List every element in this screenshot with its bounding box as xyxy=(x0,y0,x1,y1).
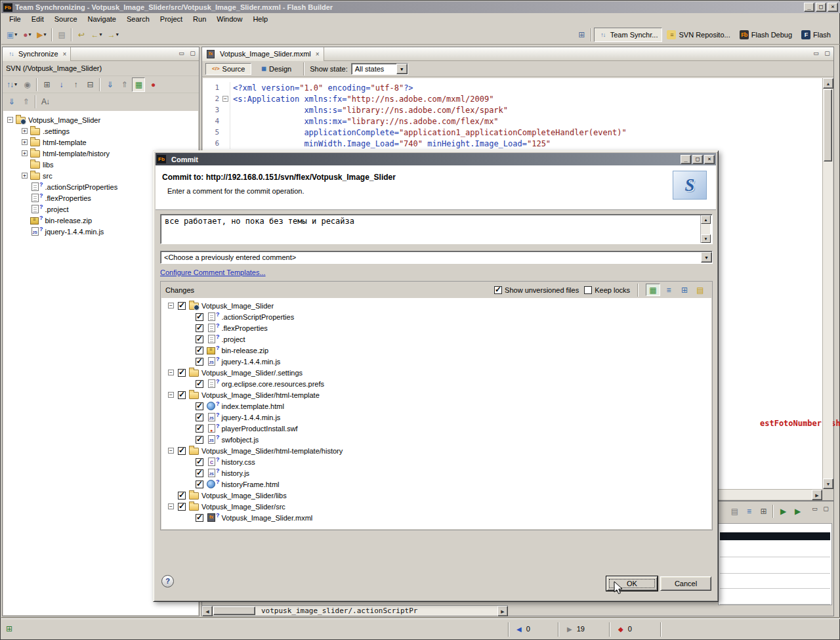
dialog-close-button[interactable]: × xyxy=(704,155,715,164)
menu-navigate[interactable]: Navigate xyxy=(83,14,121,24)
commit-all-icon[interactable]: ⇑ xyxy=(19,95,32,109)
tree-item[interactable]: ?bin-release.zip xyxy=(161,345,711,356)
close-tab-icon[interactable]: × xyxy=(316,51,320,58)
pin-icon[interactable]: ◉ xyxy=(20,77,33,92)
dropdown-arrow-icon[interactable]: ▾ xyxy=(100,32,102,37)
compressed-mode-icon[interactable]: ▤ xyxy=(693,284,707,296)
item-checkbox[interactable] xyxy=(178,391,186,399)
tree-item[interactable]: −Votpusk_Image_Slider/.settings xyxy=(161,367,711,378)
tree-item[interactable]: ?.actionScriptProperties xyxy=(161,311,711,322)
chevron-down-icon[interactable]: ▼ xyxy=(701,252,712,263)
previous-comment-combo[interactable]: <Choose a previously entered comment> ▼ xyxy=(160,251,713,264)
item-checkbox[interactable] xyxy=(196,425,203,433)
item-checkbox[interactable] xyxy=(196,414,203,421)
dropdown-arrow-icon[interactable]: ▾ xyxy=(28,32,31,37)
scroll-down-icon[interactable]: ▼ xyxy=(823,479,833,489)
menu-window[interactable]: Window xyxy=(211,14,247,24)
menu-run[interactable]: Run xyxy=(188,14,211,24)
scroll-up-icon[interactable]: ▲ xyxy=(701,215,711,224)
perspective-flash[interactable]: FFlash xyxy=(797,28,835,42)
keep-locks-checkbox[interactable]: Keep locks xyxy=(584,286,630,294)
code-line[interactable]: 3 xmlns:s="library://ns.adobe.com/flex/s… xyxy=(203,104,822,116)
item-checkbox[interactable] xyxy=(196,480,203,488)
item-checkbox[interactable] xyxy=(196,335,203,343)
help-button[interactable]: ? xyxy=(161,575,174,587)
collapse-icon[interactable]: − xyxy=(7,117,13,123)
tree-item[interactable]: ?historyFrame.html xyxy=(161,479,711,490)
checkbox-icon[interactable] xyxy=(494,286,502,294)
item-checkbox[interactable] xyxy=(178,503,186,511)
code-line[interactable]: 1<?xml version="1.0" encoding="utf-8"?> xyxy=(203,82,822,93)
item-checkbox[interactable] xyxy=(196,324,203,332)
tree-item[interactable]: −Votpusk_Image_Slider/html-template/hist… xyxy=(161,445,711,456)
cancel-button[interactable]: Cancel xyxy=(660,576,711,591)
item-checkbox[interactable] xyxy=(178,302,186,310)
synchronize-view-tab[interactable]: ↑↓ Synchronize × xyxy=(3,47,71,61)
dialog-maximize-button[interactable]: □ xyxy=(692,155,703,164)
run-to-line-icon[interactable]: ▶ xyxy=(791,504,804,519)
flat-mode-icon[interactable]: ≡ xyxy=(662,284,676,296)
item-checkbox[interactable] xyxy=(196,469,203,477)
run-icon[interactable]: ▶ xyxy=(776,504,789,519)
expand-icon[interactable]: + xyxy=(22,173,28,179)
commit-comment-input[interactable]: все работает, но пока без темы и ресайза xyxy=(160,214,713,244)
tree-item[interactable]: −Votpusk_Image_Slider/src xyxy=(161,501,711,512)
item-checkbox[interactable] xyxy=(196,380,203,388)
menu-project[interactable]: Project xyxy=(155,14,188,24)
perspective-svn-repository[interactable]: ≡SVN Reposito... xyxy=(662,28,734,42)
maximize-view-icon[interactable]: ▢ xyxy=(822,49,832,58)
tree-item[interactable]: ?.project xyxy=(161,333,711,345)
scroll-right-icon[interactable]: ▶ xyxy=(497,606,508,616)
maximize-button[interactable]: □ xyxy=(816,3,826,12)
expand-icon[interactable]: + xyxy=(22,139,28,145)
comment-icon[interactable]: ▤ xyxy=(728,504,741,519)
tree-item[interactable]: ?history.js xyxy=(161,467,711,479)
design-button[interactable]: ▦ Design xyxy=(255,63,298,75)
checkbox-icon[interactable] xyxy=(584,286,592,294)
tree-item[interactable]: ?index.template.html xyxy=(161,400,711,412)
tree-item[interactable]: ?.flexProperties xyxy=(161,322,711,333)
scroll-up-icon[interactable]: ▲ xyxy=(823,78,833,89)
collapse-icon[interactable]: − xyxy=(168,303,174,309)
code-line[interactable]: 2−<s:Application xmlns:fx="http://ns.ado… xyxy=(203,93,822,104)
selected-row[interactable] xyxy=(720,532,830,540)
close-button[interactable]: × xyxy=(828,3,838,12)
minimize-view-icon[interactable]: ▭ xyxy=(811,49,821,58)
forward-icon[interactable]: →▾ xyxy=(106,28,121,42)
scrollbar-thumb[interactable] xyxy=(213,607,255,615)
collapse-all-icon[interactable]: ⊟ xyxy=(83,77,96,92)
back-icon[interactable]: ←▾ xyxy=(89,28,104,42)
item-checkbox[interactable] xyxy=(178,492,186,500)
open-perspective-icon[interactable]: ⊞ xyxy=(575,28,588,42)
last-edit-location-icon[interactable]: ↩ xyxy=(75,28,88,42)
code-line[interactable]: 4 xmlns:mx="library://ns.adobe.com/flex/… xyxy=(203,116,822,127)
sort-icon[interactable]: A↓ xyxy=(39,95,52,109)
show-unversioned-checkbox[interactable]: Show unversioned files xyxy=(494,286,579,294)
expand-icon[interactable]: + xyxy=(22,128,28,134)
hierarchy-icon[interactable]: ⊞ xyxy=(757,504,770,519)
dropdown-arrow-icon[interactable]: ▾ xyxy=(116,32,119,37)
scrollbar-thumb[interactable] xyxy=(824,89,832,161)
dropdown-arrow-icon[interactable]: ▾ xyxy=(44,32,47,37)
flat-list-icon[interactable]: ≡ xyxy=(742,504,755,519)
scroll-down-icon[interactable]: ▼ xyxy=(701,234,711,243)
run-icon[interactable]: ▶▾ xyxy=(35,28,48,42)
collapse-icon[interactable]: − xyxy=(168,370,174,375)
expand-all-icon[interactable]: ⊞ xyxy=(40,77,53,92)
tree-item[interactable]: −Votpusk_Image_Slider/html-template xyxy=(161,389,711,400)
tree-item[interactable]: ?playerProductInstall.swf xyxy=(161,423,711,434)
item-checkbox[interactable] xyxy=(196,402,203,410)
tree-item[interactable]: ?history.css xyxy=(161,456,711,467)
minimize-view-icon[interactable]: ▭ xyxy=(177,49,186,58)
fold-collapse-icon[interactable]: − xyxy=(222,96,228,102)
collapse-icon[interactable]: − xyxy=(168,392,174,398)
group-by-change-sets-icon[interactable]: ▦ xyxy=(646,284,660,296)
minimize-button[interactable]: _ xyxy=(804,3,814,12)
editor-vertical-scrollbar[interactable]: ▲ ▼ xyxy=(822,78,833,489)
fast-view-icon[interactable]: ⊞ xyxy=(6,624,12,633)
close-view-icon[interactable]: × xyxy=(63,51,67,58)
collapse-icon[interactable]: − xyxy=(168,503,174,509)
outgoing-mode-icon[interactable]: ↑ xyxy=(69,77,82,92)
item-checkbox[interactable] xyxy=(196,458,203,466)
dropdown-arrow-icon[interactable]: ▾ xyxy=(14,81,17,87)
